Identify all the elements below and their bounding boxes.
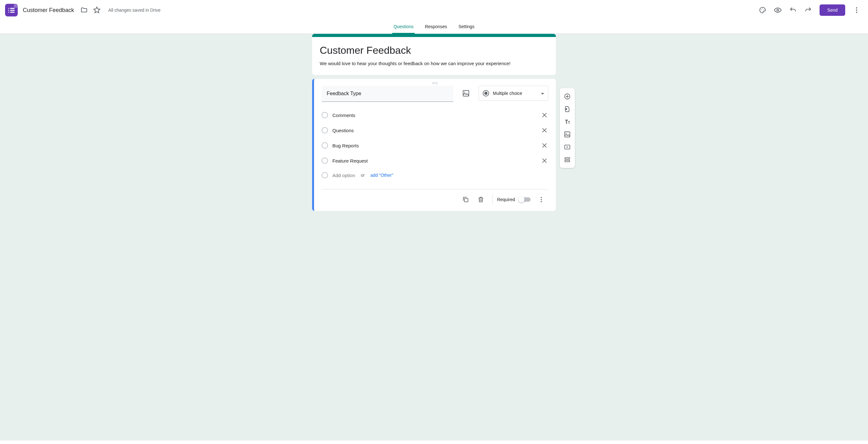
preview-icon[interactable] (771, 4, 784, 16)
option-label[interactable]: Comments (332, 112, 536, 118)
option-row: Comments (321, 107, 548, 123)
option-radio-icon (321, 127, 328, 133)
add-option-row: Add option or add "Other" (321, 168, 548, 182)
svg-point-7 (433, 82, 433, 83)
svg-point-16 (541, 197, 542, 198)
svg-point-21 (566, 133, 567, 134)
tab-responses[interactable]: Responses (424, 20, 448, 34)
redo-icon[interactable] (802, 4, 814, 16)
svg-rect-15 (465, 198, 468, 202)
svg-point-14 (464, 92, 465, 93)
option-row: Bug Reports (321, 138, 548, 153)
add-image-toolbar-icon[interactable] (561, 128, 574, 141)
option-radio-icon (321, 112, 328, 118)
app-header: Customer Feedback All changes saved in D… (0, 0, 868, 20)
svg-point-3 (777, 9, 779, 11)
options-list: Comments Questions Bug Reports (321, 107, 548, 182)
option-label[interactable]: Questions (332, 128, 536, 133)
form-title-card[interactable]: Customer Feedback We would love to hear … (312, 34, 556, 75)
form-canvas: Customer Feedback We would love to hear … (0, 34, 868, 441)
question-type-label: Multiple choice (493, 91, 537, 96)
drag-handle-icon[interactable] (321, 81, 548, 86)
tab-questions[interactable]: Questions (392, 20, 415, 34)
option-radio-icon (321, 142, 328, 149)
duplicate-icon[interactable] (459, 193, 473, 206)
undo-icon[interactable] (787, 4, 799, 16)
add-other-link[interactable]: add "Other" (370, 173, 393, 178)
svg-point-5 (856, 9, 857, 11)
option-radio-icon (321, 158, 328, 164)
svg-point-8 (435, 82, 435, 83)
svg-point-9 (437, 82, 437, 83)
svg-point-12 (437, 83, 437, 84)
add-title-icon[interactable] (561, 115, 574, 128)
svg-rect-13 (463, 91, 469, 96)
tab-settings[interactable]: Settings (457, 20, 476, 34)
remove-option-icon[interactable] (541, 111, 548, 119)
remove-option-icon[interactable] (541, 127, 548, 134)
send-button[interactable]: Send (819, 4, 845, 16)
svg-point-0 (761, 9, 762, 10)
customize-theme-icon[interactable] (756, 4, 769, 16)
required-toggle[interactable] (519, 197, 531, 202)
save-status: All changes saved in Drive (108, 8, 160, 13)
add-section-icon[interactable] (561, 153, 574, 166)
side-toolbar (560, 88, 575, 168)
question-card: Multiple choice Comments Questions (312, 79, 556, 211)
required-label: Required (497, 197, 515, 202)
remove-option-icon[interactable] (541, 157, 548, 165)
svg-point-4 (856, 7, 857, 8)
svg-point-2 (764, 9, 765, 10)
delete-icon[interactable] (474, 193, 488, 206)
import-questions-icon[interactable] (561, 103, 574, 115)
option-label[interactable]: Bug Reports (332, 143, 536, 148)
question-type-select[interactable]: Multiple choice (478, 86, 548, 101)
svg-rect-20 (565, 132, 570, 137)
question-more-icon[interactable] (534, 193, 548, 206)
option-row: Feature Request (321, 153, 548, 168)
svg-rect-24 (565, 160, 570, 162)
option-row: Questions (321, 123, 548, 138)
radio-icon (483, 90, 489, 97)
caret-down-icon (541, 91, 544, 96)
main-tabs: Questions Responses Settings (0, 20, 868, 34)
star-icon[interactable] (91, 4, 103, 16)
svg-point-18 (541, 201, 542, 202)
remove-option-icon[interactable] (541, 142, 548, 149)
question-title-field[interactable] (321, 86, 453, 102)
svg-point-1 (762, 8, 763, 9)
move-to-folder-icon[interactable] (78, 4, 91, 16)
svg-rect-23 (565, 158, 570, 159)
add-question-icon[interactable] (561, 90, 574, 103)
form-title[interactable]: Customer Feedback (320, 44, 548, 56)
add-video-icon[interactable] (561, 141, 574, 153)
question-footer: Required (321, 189, 548, 211)
option-label[interactable]: Feature Request (332, 158, 536, 164)
question-title-input[interactable] (327, 91, 448, 97)
divider (492, 195, 493, 205)
svg-point-17 (541, 199, 542, 200)
or-text: or (361, 173, 365, 178)
more-menu-icon[interactable] (850, 4, 863, 16)
add-image-icon[interactable] (458, 86, 473, 101)
document-title[interactable]: Customer Feedback (23, 7, 74, 13)
option-radio-icon (321, 172, 328, 178)
form-description[interactable]: We would love to hear your thoughts or f… (320, 61, 548, 66)
forms-logo[interactable] (5, 4, 18, 16)
svg-point-11 (435, 83, 435, 84)
svg-point-10 (433, 83, 433, 84)
svg-point-6 (856, 12, 857, 13)
add-option-placeholder[interactable]: Add option (332, 173, 355, 178)
